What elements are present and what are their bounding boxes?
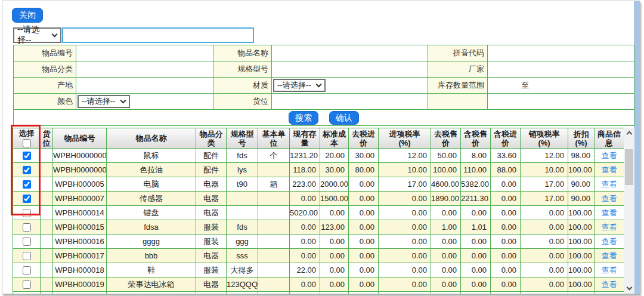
scroll-down-button[interactable]	[624, 283, 634, 294]
column-header: 折扣 (%)	[568, 128, 595, 149]
row-checkbox[interactable]	[23, 166, 31, 174]
view-link[interactable]: 查看	[602, 180, 617, 189]
cell-product-info: 查看	[595, 292, 624, 294]
spec-input[interactable]	[273, 61, 426, 77]
origin-input[interactable]	[78, 78, 212, 93]
column-header: 货 位	[41, 128, 53, 149]
cell-std-cost: 123.00	[320, 220, 349, 235]
cell-name: 色拉油	[107, 163, 196, 177]
cell-discount: 100.00	[568, 163, 595, 177]
item-code-input[interactable]	[78, 45, 212, 61]
cell-name: 电脑	[107, 177, 196, 192]
cell-spec: fds	[227, 149, 258, 163]
location-input[interactable]	[273, 94, 426, 109]
cell-sale-inc-tax: 110.00	[461, 163, 491, 177]
cell-input-tax: 0.00	[379, 206, 431, 220]
view-link[interactable]: 查看	[602, 237, 617, 246]
cell-code: WPBH00000001	[53, 149, 107, 163]
category-input[interactable]	[78, 61, 212, 77]
cell-std-cost: 30.00	[320, 163, 349, 177]
pinyin-input[interactable]	[489, 45, 633, 61]
filter-field-select[interactable]: --请选择--	[13, 27, 61, 43]
close-button[interactable]: 关闭	[12, 8, 43, 23]
cell-unit	[258, 292, 290, 294]
cell-unit	[258, 206, 290, 220]
item-name-input[interactable]	[273, 45, 426, 61]
cell-std-cost: 0.00	[320, 278, 349, 292]
cell-stock: 0.00	[290, 192, 320, 206]
cell-category: 电器	[196, 177, 227, 192]
cell-stock: 0.00	[290, 278, 320, 292]
view-link[interactable]: 查看	[602, 151, 617, 160]
cell-input-tax: 0.00	[379, 220, 431, 235]
filter-keyword-input[interactable]	[62, 27, 254, 43]
cell-price-inc-tax: 0.00	[491, 206, 521, 220]
row-checkbox[interactable]	[23, 152, 31, 160]
column-header: 基本单 位	[258, 128, 290, 149]
cell-price-inc-tax: 0.00	[491, 192, 521, 206]
cell-price-ex-tax: 0.00	[349, 192, 379, 206]
view-link[interactable]: 查看	[602, 251, 617, 260]
cell-location	[41, 192, 53, 206]
cell-unit	[258, 278, 290, 292]
cell-price-inc-tax	[491, 292, 521, 294]
row-select-cell	[13, 292, 41, 294]
column-header: 含税售 价	[461, 128, 491, 149]
view-link[interactable]: 查看	[602, 280, 617, 289]
row-checkbox[interactable]	[23, 223, 31, 232]
chevron-down-icon	[52, 32, 58, 38]
cell-code: WPBH000016	[53, 235, 107, 249]
row-checkbox[interactable]	[23, 195, 31, 203]
view-link[interactable]: 查看	[602, 223, 617, 232]
cell-location	[41, 220, 53, 235]
cell-std-cost: 1500.00	[320, 192, 349, 206]
material-select[interactable]: --请选择--	[273, 79, 326, 92]
color-select[interactable]: --请选择--	[78, 95, 130, 108]
view-link[interactable]: 查看	[602, 165, 617, 174]
cell-name: bbb	[107, 249, 196, 263]
cell-std-cost: 0.00	[320, 263, 349, 278]
table-row: WPBH000015fdsa服装fds0.00123.000.000.001.0…	[13, 220, 624, 235]
cell-sale-inc-tax	[461, 292, 491, 294]
material-select-value: --请选择--	[277, 80, 311, 91]
cell-sale-inc-tax: 0.00	[461, 249, 491, 263]
scroll-up-button[interactable]	[624, 128, 634, 138]
row-checkbox[interactable]	[23, 280, 31, 289]
select-all-checkbox[interactable]	[23, 139, 31, 147]
row-checkbox[interactable]	[23, 266, 31, 275]
vertical-scrollbar[interactable]	[624, 128, 634, 294]
row-select-cell	[13, 235, 41, 249]
table-row: 查看	[13, 292, 624, 294]
cell-product-info: 查看	[595, 149, 624, 163]
cell-unit	[258, 249, 290, 263]
cell-location	[41, 278, 53, 292]
filter-field-select-value: --请选择--	[17, 24, 49, 46]
cell-sale-inc-tax: 2211.30	[461, 192, 491, 206]
item-code-label: 物品编号	[14, 45, 76, 61]
empty-label-cell	[428, 94, 488, 110]
view-link[interactable]: 查看	[602, 208, 617, 217]
location-cell	[272, 94, 428, 110]
table-row: WPBH000017bbb电器sss0.000.000.000.000.000.…	[13, 249, 624, 263]
factory-input[interactable]	[489, 61, 633, 77]
cell-discount: 98.00	[568, 149, 595, 163]
confirm-button[interactable]: 确认	[329, 111, 359, 125]
cell-product-info: 查看	[595, 249, 624, 263]
cell-name: 键盘	[107, 206, 196, 220]
row-checkbox[interactable]	[23, 209, 31, 217]
row-checkbox[interactable]	[23, 238, 31, 246]
cell-product-info: 查看	[595, 263, 624, 278]
cell-code: WPBH00000004	[53, 163, 107, 177]
cell-stock	[290, 292, 320, 294]
table-header: 选择货 位物品编号物品名称物品分 类规格型 号基本单 位现有存 量标准成 本去税…	[13, 128, 624, 149]
select-column-header: 选择	[13, 128, 41, 149]
row-checkbox[interactable]	[23, 252, 31, 260]
view-link[interactable]: 查看	[602, 266, 617, 275]
view-link[interactable]: 查看	[602, 194, 617, 203]
search-button[interactable]: 搜索	[289, 111, 318, 125]
cell-sale-inc-tax: 8.00	[461, 149, 491, 163]
row-select-cell	[13, 278, 41, 292]
row-checkbox[interactable]	[23, 180, 31, 189]
cell-output-tax: 0.00	[521, 220, 568, 235]
scrollbar-thumb[interactable]	[625, 149, 633, 185]
